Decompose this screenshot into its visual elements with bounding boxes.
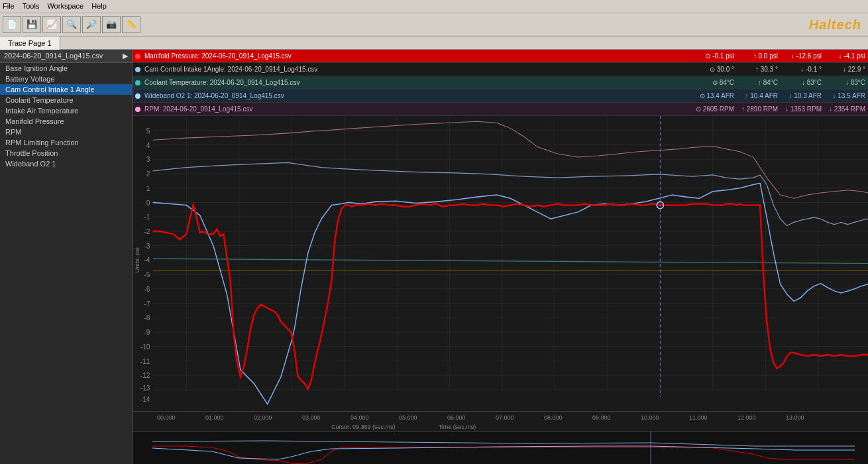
legend-down1-val-1: ↓ -0.1 °	[782, 66, 822, 73]
svg-text:Cursor: 09.369 (sec.ms): Cursor: 09.369 (sec.ms)	[331, 424, 396, 430]
screenshot-button[interactable]: 📷	[102, 16, 121, 33]
mini-chart-svg	[133, 432, 868, 464]
svg-rect-0	[133, 116, 868, 411]
time-axis: 00.000 01.000 02.000 03.000 04.000 05.00…	[133, 411, 868, 431]
svg-text:10.000: 10.000	[641, 414, 659, 421]
tab-trace-page-1[interactable]: Trace Page 1	[0, 36, 60, 50]
sidebar-item-5[interactable]: Manifold Pressure	[0, 116, 132, 127]
sidebar-item-6[interactable]: RPM	[0, 127, 132, 137]
svg-text:-4: -4	[144, 257, 150, 264]
legend-label-3: Wideband O2 1: 2024-06-20_0914_Log415.cs…	[144, 92, 690, 99]
sidebar: 2024-06-20_0914_Log415.csv ▶ Base Igniti…	[0, 50, 133, 464]
save-button[interactable]: 💾	[23, 16, 41, 33]
svg-text:08.000: 08.000	[544, 414, 563, 421]
legend-dot-2	[135, 80, 140, 86]
svg-text:-6: -6	[144, 286, 150, 293]
svg-text:-13: -13	[140, 384, 150, 392]
legend-label-0: Manifold Pressure: 2024-06-20_0914_Log41…	[144, 52, 690, 60]
svg-text:Time (sec.ms): Time (sec.ms)	[439, 424, 476, 430]
chart-button[interactable]: 📈	[42, 16, 61, 33]
svg-text:-10: -10	[140, 343, 150, 351]
svg-text:-1: -1	[144, 213, 150, 221]
svg-text:3: 3	[146, 156, 150, 163]
svg-text:03.000: 03.000	[302, 414, 321, 421]
legend-label-4: RPM: 2024-06-20_0914_Log415.csv	[144, 105, 690, 113]
svg-text:0: 0	[146, 199, 150, 206]
sidebar-item-2[interactable]: Cam Control Intake 1 Angle	[0, 84, 132, 95]
legend-dot-3	[135, 93, 140, 99]
legend-dot-0	[135, 54, 140, 59]
svg-text:12.000: 12.000	[737, 414, 756, 421]
sidebar-item-9[interactable]: Wideband O2 1	[0, 158, 132, 169]
legend-down1-val-3: ↓ 10.3 AFR	[782, 92, 822, 99]
legend-down2-val-2: ↓ 83°C	[826, 79, 865, 86]
svg-text:-11: -11	[140, 358, 150, 365]
legend-icon-val-3: ⊙ 13.4 AFR	[694, 92, 734, 99]
toolbar: File Tools Workspace Help 📄 💾 📈 🔍 🔎 📷 📏 …	[0, 0, 868, 36]
legend-down2-val-3: ↓ 13.5 AFR	[826, 92, 865, 99]
tab-bar: Trace Page 1	[0, 36, 868, 50]
legend-up-val-4: ↑ 2890 RPM	[738, 105, 778, 113]
time-axis-svg: 00.000 01.000 02.000 03.000 04.000 05.00…	[133, 412, 868, 432]
new-button[interactable]: 📄	[3, 16, 21, 33]
zoom-out-button[interactable]: 🔎	[82, 16, 101, 33]
zoom-in-button[interactable]: 🔍	[62, 16, 81, 33]
sidebar-item-0[interactable]: Base Ignition Angle	[0, 63, 132, 74]
sidebar-expand-icon[interactable]: ▶	[123, 52, 128, 60]
sidebar-item-8[interactable]: Throttle Position	[0, 148, 132, 158]
menu-tools[interactable]: Tools	[23, 2, 40, 10]
sidebar-filename: 2024-06-20_0914_Log415.csv	[4, 52, 103, 60]
svg-text:07.000: 07.000	[496, 414, 514, 421]
menu-workspace[interactable]: Workspace	[47, 2, 83, 10]
svg-text:05.000: 05.000	[399, 414, 417, 421]
svg-text:02.000: 02.000	[254, 414, 272, 421]
svg-text:04.000: 04.000	[351, 414, 369, 421]
ruler-button[interactable]: 📏	[122, 16, 140, 33]
svg-text:13.000: 13.000	[786, 414, 804, 421]
legend-up-val-3: ↑ 10.4 AFR	[738, 92, 778, 99]
svg-text:-7: -7	[144, 300, 150, 308]
legend-up-val-0: ↑ 0.0 psi	[738, 52, 778, 60]
sidebar-title: 2024-06-20_0914_Log415.csv ▶	[0, 50, 132, 63]
menu-file[interactable]: File	[3, 2, 15, 10]
legend-row-0: Manifold Pressure: 2024-06-20_0914_Log41…	[133, 50, 868, 63]
legend-down2-val-0: ↓ -4.1 psi	[826, 52, 865, 60]
svg-text:-12: -12	[140, 372, 150, 379]
legend-icon-val-0: ⊙ -0.1 psi	[694, 52, 734, 60]
sidebar-item-3[interactable]: Coolant Temperature	[0, 95, 132, 105]
legend-row-3: Wideband O2 1: 2024-06-20_0914_Log415.cs…	[133, 89, 868, 103]
svg-text:5: 5	[146, 127, 150, 135]
sidebar-item-4[interactable]: Intake Air Temperature	[0, 105, 132, 116]
svg-text:-2: -2	[144, 228, 150, 235]
mini-chart[interactable]	[133, 431, 868, 464]
sidebar-items: Base Ignition AngleBattery VoltageCam Co…	[0, 63, 132, 169]
legend-row-4: RPM: 2024-06-20_0914_Log415.csv ⊙ 2605 R…	[133, 103, 868, 116]
legend-down1-val-2: ↓ 83°C	[782, 79, 822, 86]
legend: Manifold Pressure: 2024-06-20_0914_Log41…	[133, 50, 868, 116]
legend-down1-val-4: ↓ 1353 RPM	[782, 105, 822, 113]
legend-icon-val-1: ⊙ 30.0 °	[694, 66, 734, 73]
svg-text:-14: -14	[140, 395, 150, 402]
legend-down2-val-1: ↓ 22.9 °	[826, 66, 865, 73]
legend-row-1: Cam Control Intake 1Angle: 2024-06-20_09…	[133, 63, 868, 76]
legend-label-1: Cam Control Intake 1Angle: 2024-06-20_09…	[144, 66, 690, 73]
menu-help[interactable]: Help	[91, 2, 107, 10]
sidebar-item-1[interactable]: Battery Voltage	[0, 74, 132, 84]
main-chart[interactable]: 5 4 3 2 1 0 -1 -2 -3 -4 -5 -6 -7 -8 -9 -…	[133, 116, 868, 411]
sidebar-item-7[interactable]: RPM Limiting Function	[0, 137, 132, 148]
legend-label-2: Coolant Temperature: 2024-06-20_0914_Log…	[144, 79, 690, 86]
svg-text:01.000: 01.000	[205, 414, 224, 421]
legend-dot-1	[135, 67, 140, 72]
toolicons: 📄 💾 📈 🔍 🔎 📷 📏 Haltech	[0, 13, 868, 36]
svg-text:4: 4	[146, 142, 150, 149]
svg-text:Units: psi: Units: psi	[134, 247, 140, 272]
legend-up-val-2: ↑ 84°C	[738, 79, 778, 86]
menubar: File Tools Workspace Help	[0, 0, 868, 13]
svg-text:-5: -5	[144, 271, 150, 278]
legend-icon-val-4: ⊙ 2605 RPM	[694, 105, 734, 113]
legend-down2-val-4: ↓ 2354 RPM	[826, 105, 865, 113]
chart-svg: 5 4 3 2 1 0 -1 -2 -3 -4 -5 -6 -7 -8 -9 -…	[133, 116, 868, 411]
svg-text:11.000: 11.000	[689, 414, 708, 421]
haltech-logo: Haltech	[809, 17, 861, 32]
svg-text:00.000: 00.000	[157, 414, 176, 421]
